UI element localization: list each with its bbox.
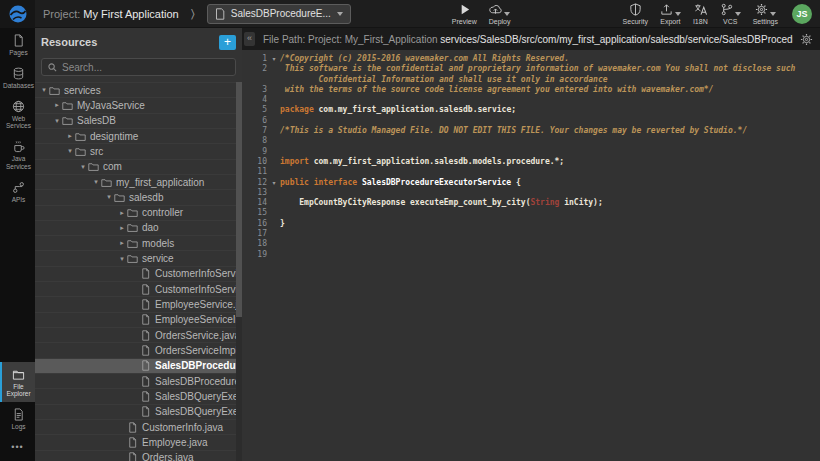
tree-expand-arrow[interactable]: ▸ [117, 239, 127, 247]
tree-expand-arrow[interactable]: ▾ [117, 255, 127, 263]
tree-item[interactable]: CustomerInfoService.java [35, 266, 242, 281]
tree-expand-arrow[interactable]: ▸ [117, 209, 127, 217]
tree-item[interactable]: EmployeeServiceImpl.java [35, 312, 242, 327]
rail-item-web-services[interactable]: Web Services [0, 94, 35, 135]
fold-arrow-icon[interactable]: ▾ [270, 178, 278, 188]
rail-item-file-explorer[interactable]: File Explorer [0, 362, 35, 403]
tree-expand-arrow[interactable]: ▾ [65, 147, 75, 155]
tree-item[interactable]: Orders.java [35, 450, 242, 461]
line-number: 19 [242, 250, 270, 260]
open-file-tab[interactable]: SalesDBProcedureE... [207, 4, 351, 24]
project-breadcrumb: Project: My First Application [43, 8, 179, 20]
vcs-button[interactable]: VCS [714, 0, 747, 28]
tree-expand-arrow[interactable]: ▾ [52, 117, 62, 125]
fold-spacer [270, 188, 278, 198]
chevron-down-icon[interactable] [504, 12, 510, 16]
file-icon [127, 452, 138, 461]
branch-icon [720, 3, 733, 16]
tree-item[interactable]: ▾services [35, 82, 242, 97]
code-line: 5package com.my_first_application.salesd… [242, 105, 820, 115]
project-label: Project: [43, 8, 80, 20]
tree-item[interactable]: CustomerInfoServiceImpl.java [35, 281, 242, 296]
tree-item[interactable]: ▸models [35, 235, 242, 250]
file-path-text: File Path: Project: My_First_Application… [263, 34, 793, 45]
editor-settings-button[interactable] [800, 33, 813, 46]
wavemaker-logo-icon [8, 4, 28, 24]
folder-icon [75, 131, 86, 142]
i18n-button[interactable]: I18N [687, 0, 714, 28]
tree-item[interactable]: OrdersService.java [35, 327, 242, 342]
tree-item[interactable]: ▸MyJavaService [35, 97, 242, 112]
rail-item-databases[interactable]: Databases [0, 61, 35, 94]
settings-button[interactable]: Settings [747, 0, 784, 28]
chevron-down-icon[interactable] [337, 12, 343, 16]
shield-icon [629, 3, 642, 16]
code-line: 1▾/*Copyright (c) 2015-2016 wavemaker.co… [242, 54, 820, 64]
tree-item[interactable]: SalesDBProcedureExecutorService.java [35, 358, 242, 373]
tree-item-label: controller [142, 207, 183, 218]
add-resource-button[interactable]: + [219, 35, 236, 50]
editor-area: « File Path: Project: My_First_Applicati… [242, 28, 820, 461]
line-number: 12 [242, 178, 270, 188]
search-input[interactable] [62, 62, 229, 73]
rail-item-pages[interactable]: Pages [0, 28, 35, 61]
globe-icon [12, 100, 25, 113]
tree-expand-arrow[interactable]: ▸ [117, 224, 127, 232]
rail-more-button[interactable]: ••• [0, 435, 35, 461]
logs-icon [12, 408, 25, 421]
tree-item[interactable]: ▾SalesDB [35, 113, 242, 128]
security-button[interactable]: Security [617, 0, 654, 28]
tree-expand-arrow[interactable]: ▸ [52, 101, 62, 109]
tree-expand-arrow[interactable]: ▾ [78, 163, 88, 171]
wavemaker-logo[interactable] [0, 0, 35, 28]
rail-item-logs[interactable]: Logs [0, 402, 35, 435]
file-icon [140, 391, 151, 402]
tree-item-label: CustomerInfo.java [142, 422, 223, 433]
collapse-panel-button[interactable]: « [244, 32, 255, 46]
file-icon [140, 284, 151, 295]
code-text [278, 95, 280, 105]
search-field[interactable] [41, 58, 236, 76]
tree-item[interactable]: EmployeeService.java [35, 296, 242, 311]
chevron-down-icon[interactable] [735, 12, 741, 16]
tree-item-label: EmployeeServiceImpl.java [155, 314, 242, 325]
tree-expand-arrow[interactable]: ▾ [91, 178, 101, 186]
deploy-button[interactable]: Deploy [483, 0, 517, 28]
tree-item-label: SalesDBProcedureExecutorService.java [155, 360, 242, 371]
line-number: 1 [242, 54, 270, 64]
tree-item[interactable]: SalesDBQueryExecutorServiceImpl.java [35, 404, 242, 419]
tree-item[interactable]: ▸controller [35, 205, 242, 220]
fold-arrow-icon[interactable]: ▾ [270, 54, 278, 64]
code-text [278, 239, 280, 249]
code-editor[interactable]: 1▾/*Copyright (c) 2015-2016 wavemaker.co… [242, 50, 820, 260]
tree-item[interactable]: ▸dao [35, 220, 242, 235]
chevron-down-icon[interactable] [675, 12, 681, 16]
tree-item[interactable]: OrdersServiceImpl.java [35, 342, 242, 357]
preview-button[interactable]: Preview [446, 0, 483, 28]
tree-scrollbar [236, 82, 242, 461]
chevron-down-icon[interactable] [770, 12, 776, 16]
fold-spacer [270, 95, 278, 105]
tree-item[interactable]: ▾com [35, 159, 242, 174]
export-button[interactable]: Export [654, 0, 687, 28]
tree-item[interactable]: ▾salesdb [35, 189, 242, 204]
tree-scrollbar-thumb[interactable] [236, 82, 242, 317]
user-avatar[interactable]: JS [792, 4, 812, 24]
tree-item-label: SalesDBProcedureExecutorServiceImpl.java [155, 376, 242, 387]
tree-expand-arrow[interactable]: ▾ [39, 86, 49, 94]
rail-item-apis[interactable]: APIs [0, 175, 35, 208]
tree-expand-arrow[interactable]: ▾ [104, 193, 114, 201]
tree-item[interactable]: ▾my_first_application [35, 174, 242, 189]
rail-item-java-services[interactable]: Java Services [0, 134, 35, 175]
tree-expand-arrow[interactable]: ▸ [65, 132, 75, 140]
tree-item[interactable]: ▾service [35, 250, 242, 265]
tree-item[interactable]: Employee.java [35, 434, 242, 449]
fold-spacer [270, 105, 278, 115]
tree-item[interactable]: ▾src [35, 143, 242, 158]
translate-icon [694, 3, 707, 16]
tree-item[interactable]: SalesDBQueryExecutorService.java [35, 388, 242, 403]
tree-item[interactable]: ▸designtime [35, 128, 242, 143]
tree-item[interactable]: SalesDBProcedureExecutorServiceImpl.java [35, 373, 242, 388]
tree-item[interactable]: CustomerInfo.java [35, 419, 242, 434]
tree-item-label: CustomerInfoServiceImpl.java [155, 284, 242, 295]
